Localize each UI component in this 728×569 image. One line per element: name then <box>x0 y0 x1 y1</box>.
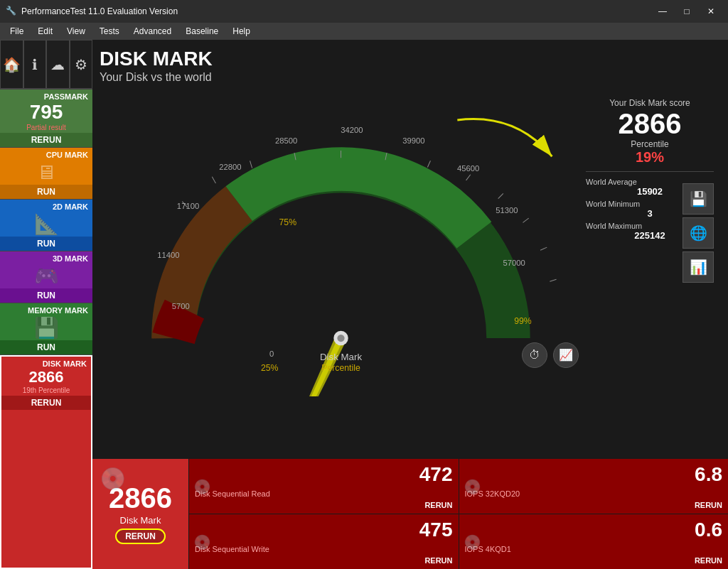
threed-icon: 🎮 <box>0 263 92 288</box>
globe-icon-button[interactable]: 🌐 <box>682 217 714 249</box>
percentile-label: Percentile <box>586 139 714 149</box>
disk-sublabel: 19th Percentile <box>1 386 91 396</box>
svg-text:34200: 34200 <box>341 126 363 134</box>
svg-text:28500: 28500 <box>275 136 297 144</box>
seq-write-label: Disk Sequential Write <box>195 545 453 553</box>
svg-text:45600: 45600 <box>457 163 479 172</box>
disk-label: DISK MARK <box>1 357 91 368</box>
svg-line-11 <box>212 176 215 183</box>
iops4-rerun-button[interactable]: RERUN <box>465 556 723 565</box>
twod-label: 2D MARK <box>0 200 92 211</box>
minimize-button[interactable]: — <box>651 4 674 18</box>
iops32-rerun-button[interactable]: RERUN <box>465 501 723 509</box>
disk-icon-button[interactable]: 💾 <box>682 183 714 215</box>
disk-value: 2866 <box>1 368 91 386</box>
svg-text:39900: 39900 <box>402 136 424 144</box>
settings-button[interactable]: ⚙ <box>70 40 93 89</box>
svg-text:17100: 17100 <box>177 201 199 210</box>
memory-run-button[interactable]: RUN <box>0 340 92 354</box>
svg-text:51300: 51300 <box>496 206 518 215</box>
home-button[interactable]: 🏠 <box>0 40 23 89</box>
page-title: DISK MARK <box>100 47 721 71</box>
chart-bottom-button[interactable]: 📈 <box>553 342 579 368</box>
titlebar: 🔧 PerformanceTest 11.0 Evaluation Versio… <box>0 0 728 23</box>
menu-tests[interactable]: Tests <box>92 25 127 38</box>
content-area: DISK MARK Your Disk vs the world <box>92 40 728 569</box>
svg-line-7 <box>540 247 547 250</box>
bottom-cards: 💿 2866 Disk Mark RERUN 💿 472 Disk Sequen… <box>92 459 728 569</box>
svg-text:99%: 99% <box>514 315 532 325</box>
seq-write-card: 💿 475 Disk Sequential Write RERUN <box>189 514 459 569</box>
maximize-button[interactable]: □ <box>675 4 698 18</box>
svg-text:Percentile: Percentile <box>321 363 360 373</box>
sidebar: 🏠 ℹ ☁ ⚙ PASSMARK 795 Partial result RERU… <box>0 40 92 569</box>
seq-write-score: 475 <box>195 519 453 541</box>
svg-text:5700: 5700 <box>172 302 190 310</box>
iops4-card: 💿 0.6 IOPS 4KQD1 RERUN <box>459 514 729 569</box>
cloud-button[interactable]: ☁ <box>46 40 70 89</box>
chart-icon-button[interactable]: 📊 <box>682 251 714 283</box>
twod-icon: 📐 <box>0 211 92 237</box>
app-title: PerformanceTest 11.0 Evaluation Version <box>21 6 651 16</box>
svg-line-5 <box>498 193 503 198</box>
disk-rerun-button[interactable]: RERUN <box>1 396 91 410</box>
window-controls: — □ ✕ <box>651 4 722 18</box>
world-max-label: World Maximum <box>586 222 642 230</box>
twod-run-button[interactable]: RUN <box>0 237 92 251</box>
sidebar-cpu: CPU MARK 🖥 RUN <box>0 148 92 200</box>
passmark-label: PASSMARK <box>0 90 92 101</box>
sidebar-top-icons: 🏠 ℹ ☁ ⚙ <box>0 40 92 90</box>
svg-point-16 <box>337 335 344 342</box>
svg-text:Disk Mark: Disk Mark <box>320 351 362 362</box>
menu-file[interactable]: File <box>3 25 31 38</box>
svg-text:25%: 25% <box>261 363 279 373</box>
svg-text:0: 0 <box>269 349 274 357</box>
passmark-rerun-button[interactable]: RERUN <box>0 133 92 147</box>
memory-label: MEMORY MARK <box>0 303 92 315</box>
menu-help[interactable]: Help <box>225 25 257 38</box>
cpu-label: CPU MARK <box>0 148 92 159</box>
score-label: Your Disk Mark score <box>586 98 714 108</box>
svg-text:22800: 22800 <box>219 162 241 170</box>
threed-run-button[interactable]: RUN <box>0 288 92 303</box>
seq-read-card: 💿 472 Disk Sequential Read RERUN <box>189 459 459 514</box>
threed-label: 3D MARK <box>0 251 92 263</box>
info-button[interactable]: ℹ <box>23 40 47 89</box>
iops32-icon: 💿 <box>464 478 481 495</box>
bottom-action-icons: ⏱ 📈 <box>522 342 579 368</box>
disk-card-icon: 💿 <box>100 466 126 491</box>
svg-line-10 <box>250 161 252 168</box>
svg-line-3 <box>427 161 430 167</box>
disk-card-label: Disk Mark <box>120 515 161 526</box>
disk-card-rerun-button[interactable]: RERUN <box>115 529 166 544</box>
seq-read-rerun-button[interactable]: RERUN <box>195 501 453 509</box>
cpu-run-button[interactable]: RUN <box>0 185 92 199</box>
score-value: 2866 <box>586 108 714 139</box>
svg-text:75%: 75% <box>279 217 297 227</box>
iops4-icon: 💿 <box>464 533 481 551</box>
sidebar-2d: 2D MARK 📐 RUN <box>0 200 92 251</box>
iops4-label: IOPS 4KQD1 <box>465 545 723 553</box>
seq-read-label: Disk Sequential Read <box>195 489 453 498</box>
iops32-card: 💿 6.8 IOPS 32KQD20 RERUN <box>459 459 729 514</box>
seq-read-score: 472 <box>195 463 453 486</box>
page-subtitle: Your Disk vs the world <box>100 71 721 84</box>
svg-line-8 <box>550 279 556 281</box>
passmark-sublabel: Partial result <box>0 124 92 133</box>
icon-panel: 💾 🌐 📊 <box>682 183 714 283</box>
svg-text:57000: 57000 <box>503 258 525 266</box>
menu-view[interactable]: View <box>60 25 92 38</box>
close-button[interactable]: ✕ <box>700 4 722 18</box>
svg-line-4 <box>466 174 471 180</box>
gauge-icon-button[interactable]: ⏱ <box>522 342 547 368</box>
svg-text:11400: 11400 <box>157 251 179 259</box>
menu-edit[interactable]: Edit <box>31 25 60 38</box>
menubar: File Edit View Tests Advanced Baseline H… <box>0 23 728 40</box>
menu-advanced[interactable]: Advanced <box>127 25 178 38</box>
menu-baseline[interactable]: Baseline <box>178 25 225 38</box>
world-min-label: World Minimum <box>586 200 640 208</box>
iops32-label: IOPS 32KQD20 <box>465 489 723 498</box>
seq-write-rerun-button[interactable]: RERUN <box>195 556 453 565</box>
sidebar-3d: 3D MARK 🎮 RUN <box>0 251 92 303</box>
memory-icon: 💾 <box>0 315 92 340</box>
